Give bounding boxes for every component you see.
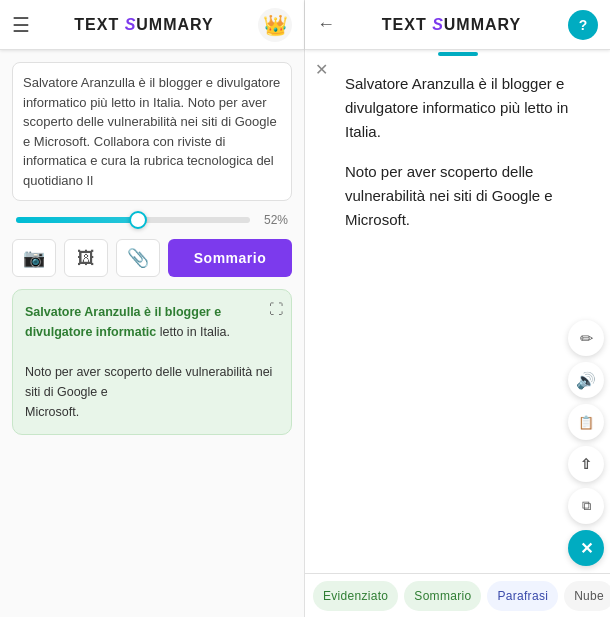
image-icon: 🖼 [77, 248, 95, 269]
doc-icon: 📋 [578, 415, 594, 430]
edit-icon: ✏ [580, 329, 593, 348]
copy-icon: ⧉ [582, 498, 591, 514]
left-app-title: TEXT SUMMARY [42, 16, 246, 34]
slider-thumb[interactable] [129, 211, 147, 229]
help-button[interactable]: ? [568, 10, 598, 40]
left-header: ☰ TEXT SUMMARY 👑 [0, 0, 304, 50]
crown-icon[interactable]: 👑 [258, 8, 292, 42]
share-button[interactable]: ⇧ [568, 446, 604, 482]
tab-nube[interactable]: Nube [564, 581, 610, 611]
close-button[interactable]: ✕ [568, 530, 604, 566]
summary-text: Salvatore Aranzulla è il blogger e divul… [345, 72, 594, 232]
result-text: Salvatore Aranzulla è il blogger e divul… [25, 302, 279, 422]
clip-button[interactable]: 📎 [116, 239, 160, 277]
summary-para1: Salvatore Aranzulla è il blogger e divul… [345, 72, 594, 144]
right-panel: ← TEXT SUMMARY ? ✕ Salvatore Aranzulla è… [305, 0, 610, 617]
share-icon: ⇧ [580, 456, 592, 472]
left-content: Salvatore Aranzulla è il blogger e divul… [0, 50, 304, 617]
tab-parafrasi[interactable]: Parafrasi [487, 581, 558, 611]
side-actions: ✏ 🔊 📋 ⇧ ⧉ ✕ [568, 320, 604, 566]
close-icon: ✕ [580, 539, 593, 558]
summary-para2: Noto per aver scoperto delle vulnerabili… [345, 160, 594, 232]
copy-button[interactable]: ⧉ [568, 488, 604, 524]
slider-row: 52% [12, 213, 292, 227]
camera-button[interactable]: 📷 [12, 239, 56, 277]
right-title-s: S [432, 16, 444, 33]
slider-percent: 52% [258, 213, 288, 227]
hamburger-icon[interactable]: ☰ [12, 13, 30, 37]
camera-icon: 📷 [23, 247, 45, 269]
tab-evidenziato[interactable]: Evidenziato [313, 581, 398, 611]
audio-button[interactable]: 🔊 [568, 362, 604, 398]
bottom-tabs: Evidenziato Sommario Parafrasi Nube [305, 573, 610, 617]
right-header: ← TEXT SUMMARY ? [305, 0, 610, 50]
edit-button[interactable]: ✏ [568, 320, 604, 356]
slider-fill [16, 217, 138, 223]
clip-icon: 📎 [127, 247, 149, 269]
result-card: ⛶ Salvatore Aranzulla è il blogger e div… [12, 289, 292, 435]
image-button[interactable]: 🖼 [64, 239, 108, 277]
action-buttons: 📷 🖼 📎 Sommario [12, 239, 292, 277]
doc-button[interactable]: 📋 [568, 404, 604, 440]
back-arrow-icon[interactable]: ← [317, 14, 335, 35]
slider-track[interactable] [16, 217, 250, 223]
right-content: ✕ Salvatore Aranzulla è il blogger e div… [305, 56, 610, 573]
left-panel: ☰ TEXT SUMMARY 👑 Salvatore Aranzulla è i… [0, 0, 305, 617]
tab-sommario[interactable]: Sommario [404, 581, 481, 611]
audio-icon: 🔊 [576, 371, 596, 390]
sommario-button[interactable]: Sommario [168, 239, 292, 277]
right-app-title: TEXT SUMMARY [347, 16, 556, 34]
close-x-icon[interactable]: ✕ [315, 60, 328, 79]
left-title-s: S [125, 16, 137, 33]
expand-icon[interactable]: ⛶ [269, 298, 283, 320]
text-input-area[interactable]: Salvatore Aranzulla è il blogger e divul… [12, 62, 292, 201]
